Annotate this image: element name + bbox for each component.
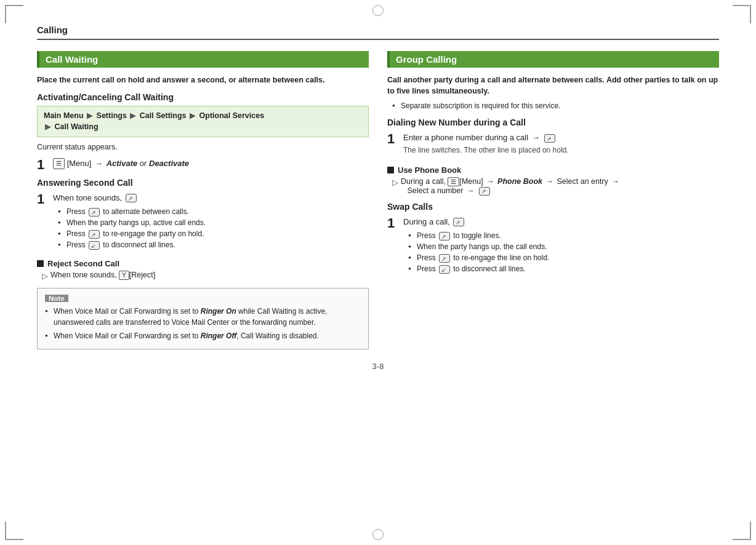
reject-item: ▷ When tone sounds, Y[Reject]	[42, 271, 369, 280]
status-text: Current status appears.	[37, 142, 369, 153]
reject-heading: Reject Second Call	[37, 259, 369, 268]
swap-bullet-hangs-up: When the party hangs up, the call ends.	[408, 241, 719, 252]
note-item-1: When Voice Mail or Call Forwarding is se…	[45, 306, 361, 328]
activate-label: Activate	[107, 159, 138, 168]
step-answering-1: 1 When tone sounds, Press to alternate b…	[37, 193, 369, 253]
call-waiting-title: Call Waiting	[46, 54, 98, 65]
bullet-alternate: Press to alternate between calls.	[58, 206, 369, 217]
bullet-re-engage: Press to re-engage the party on hold.	[58, 228, 369, 239]
step-num-answering: 1	[37, 193, 48, 206]
dialing-step-text: Enter a phone number during a call →	[403, 132, 719, 143]
phone-icon-answer	[126, 194, 137, 202]
menu-label: [Menu]	[67, 159, 92, 168]
reject-y-btn: Y	[119, 271, 129, 280]
phone-book-label: Phone Book	[497, 177, 542, 186]
ringer-on-text: Ringer On	[201, 307, 236, 316]
phone-book-item: ▷ During a call, ☰[Menu] → Phone Book → …	[392, 177, 719, 196]
bullet-hangs-up: When the party hangs up, active call end…	[58, 217, 369, 228]
dialing-heading: Dialing New Number during a Call	[387, 117, 719, 127]
note-label: Note	[45, 295, 68, 302]
phone-icon-dial	[544, 134, 555, 143]
swap-bullet-toggle: Press to toggle lines.	[408, 230, 719, 241]
ringer-off-text: Ringer Off	[201, 332, 236, 340]
page-number: 3-8	[37, 362, 719, 371]
two-column-layout: Call Waiting Place the current call on h…	[37, 51, 719, 349]
swap-heading: Swap Calls	[387, 202, 719, 212]
activating-heading: Activating/Canceling Call Waiting	[37, 92, 369, 102]
step-swap-1: 1 During a call, Press to toggle lines. …	[387, 217, 719, 277]
menu-icon-2: ☰	[448, 177, 459, 186]
reject-text: When tone sounds, Y[Reject]	[50, 271, 155, 280]
corner-mark-bl	[5, 522, 23, 540]
call-waiting-header: Call Waiting	[37, 51, 369, 68]
swap-step-text: During a call,	[403, 217, 719, 228]
right-column: Group Calling Call another party during …	[387, 51, 719, 349]
step-num-swap: 1	[387, 217, 398, 230]
step-1-text: ☰ [Menu] → Activate or Deactivate	[53, 159, 189, 168]
subscription-note: Separate subscription is required for th…	[392, 100, 719, 111]
path-settings: Settings	[97, 111, 127, 120]
step-1-content: ☰ [Menu] → Activate or Deactivate	[53, 158, 369, 170]
left-column: Call Waiting Place the current call on h…	[37, 51, 369, 349]
phone-book-text: During a call, ☰[Menu] → Phone Book → Se…	[401, 177, 621, 196]
during-call-text: During a call,	[403, 217, 452, 226]
page-title-section: Calling	[37, 25, 719, 40]
swap-bullet-disconnect: Press to disconnect all lines.	[408, 263, 719, 274]
note-box: Note When Voice Mail or Call Forwarding …	[37, 288, 369, 349]
black-sq-icon-2	[387, 167, 394, 173]
page-title: Calling	[37, 25, 68, 35]
black-sq-icon	[37, 260, 44, 267]
path-box: Main Menu ▶ Settings ▶ Call Settings ▶ O…	[37, 106, 369, 138]
group-calling-title: Group Calling	[396, 54, 457, 65]
reject-heading-text: Reject Second Call	[47, 259, 119, 268]
path-main-menu: Main Menu	[44, 111, 84, 120]
phone-icon-toggle	[439, 232, 450, 241]
end-icon-disconnect	[89, 241, 100, 250]
step-num-1: 1	[37, 158, 48, 172]
phone-icon-swap	[453, 218, 464, 226]
bullet-disconnect: Press to disconnect all lines.	[58, 239, 369, 250]
step-answering-content: When tone sounds, Press to alternate bet…	[53, 193, 369, 253]
center-mark-bottom	[372, 529, 384, 540]
corner-mark-br	[733, 522, 751, 540]
note-item-2: When Voice Mail or Call Forwarding is se…	[45, 330, 361, 341]
phone-icon-reengage2	[439, 254, 450, 263]
end-icon-disconnect2	[439, 265, 450, 274]
phone-icon-book	[479, 187, 490, 196]
gt-icon-2: ▷	[392, 178, 398, 187]
or-label: or	[140, 159, 149, 168]
path-optional-services: Optional Services	[199, 111, 265, 120]
path-call-waiting: Call Waiting	[54, 122, 98, 131]
step-num-dialing: 1	[387, 132, 398, 146]
call-waiting-intro: Place the current call on hold and answe…	[37, 75, 369, 86]
swap-bullets: Press to toggle lines. When the party ha…	[408, 230, 719, 274]
step-1-activate: 1 ☰ [Menu] → Activate or Deactivate	[37, 158, 369, 172]
phone-icon-alt	[89, 208, 100, 217]
step-dialing-1: 1 Enter a phone number during a call → T…	[387, 132, 719, 159]
gt-icon: ▷	[42, 271, 48, 280]
group-calling-header: Group Calling	[387, 51, 719, 68]
deactivate-label: Deactivate	[149, 159, 189, 168]
step-swap-content: During a call, Press to toggle lines. Wh…	[403, 217, 719, 277]
when-tone-label: When tone sounds,	[53, 193, 124, 202]
phone-icon-reengage	[89, 230, 100, 239]
reject-btn-label: [Reject]	[129, 271, 155, 279]
note-list: When Voice Mail or Call Forwarding is se…	[45, 306, 361, 341]
answering-bullets: Press to alternate between calls. When t…	[58, 206, 369, 250]
swap-bullet-re-engage: Press to re-engage the line on hold.	[408, 252, 719, 263]
group-calling-intro: Call another party during a call and alt…	[387, 75, 719, 97]
step-dialing-content: Enter a phone number during a call → The…	[403, 132, 719, 159]
path-call-settings: Call Settings	[140, 111, 187, 120]
phone-book-heading-text: Use Phone Book	[398, 165, 461, 175]
subscription-note-list: Separate subscription is required for th…	[392, 100, 719, 111]
line-switches-text: The line switches. The other line is pla…	[403, 145, 719, 156]
phone-book-heading: Use Phone Book	[387, 165, 719, 175]
menu-icon: ☰	[53, 158, 65, 169]
enter-number-text: Enter a phone number during a call	[403, 133, 531, 142]
when-tone-text: When tone sounds,	[53, 193, 369, 204]
answering-heading: Answering Second Call	[37, 178, 369, 188]
